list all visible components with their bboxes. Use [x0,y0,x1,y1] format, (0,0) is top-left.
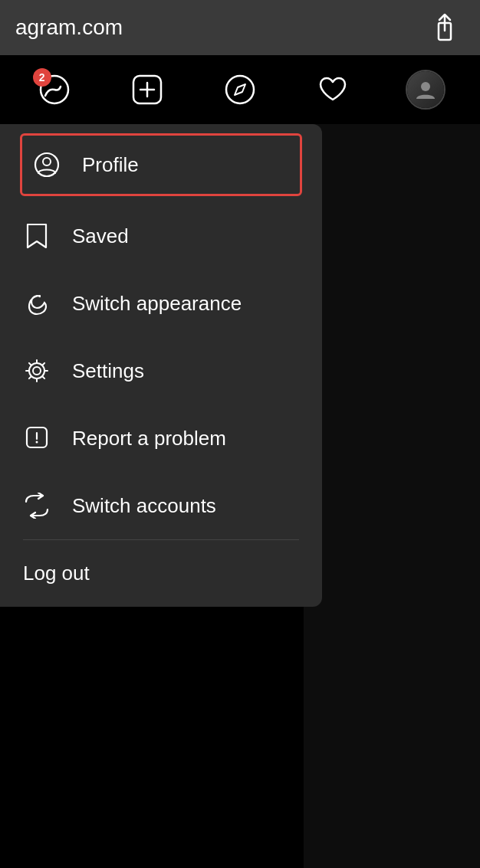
settings-icon [23,357,51,385]
report-problem-menu-label: Report a problem [72,427,226,450]
moon-icon [23,290,51,317]
activity-nav-button[interactable] [310,67,356,113]
url-text: agram.com [15,15,123,40]
share-button[interactable] [425,8,465,47]
switch-icon [23,492,51,519]
browser-bar: agram.com [0,0,480,55]
svg-point-15 [36,441,38,444]
svg-point-12 [29,363,44,378]
svg-point-11 [33,367,41,375]
switch-accounts-menu-label: Switch accounts [72,494,216,518]
svg-marker-7 [235,84,245,95]
explore-nav-button[interactable] [217,67,263,113]
bookmark-icon [23,222,51,250]
logout-menu-label: Log out [23,562,90,585]
profile-menu-item[interactable]: Profile [20,133,302,196]
profile-nav-button[interactable] [403,67,449,113]
avatar [406,70,445,110]
report-icon [23,424,51,452]
saved-menu-label: Saved [72,224,129,248]
dropdown-menu: Profile Saved Switch appearance Sett [0,124,322,607]
logout-menu-item[interactable]: Log out [0,540,322,607]
svg-point-6 [226,76,254,103]
report-problem-menu-item[interactable]: Report a problem [0,405,322,472]
settings-menu-label: Settings [72,359,144,383]
person-circle-icon [33,151,61,179]
avatar-inner [407,71,444,108]
switch-appearance-menu-item[interactable]: Switch appearance [0,270,322,337]
app-navbar: 2 [0,55,480,124]
create-nav-button[interactable] [124,67,170,113]
messenger-nav-button[interactable]: 2 [31,67,77,113]
settings-menu-item[interactable]: Settings [0,337,322,405]
saved-menu-item[interactable]: Saved [0,202,322,270]
profile-menu-item-wrapper: Profile [0,124,322,202]
profile-menu-label: Profile [82,153,139,177]
message-badge: 2 [33,68,51,87]
switch-accounts-menu-item[interactable]: Switch accounts [0,472,322,539]
switch-appearance-menu-label: Switch appearance [72,292,242,316]
svg-point-10 [43,158,51,165]
svg-point-8 [421,82,430,91]
